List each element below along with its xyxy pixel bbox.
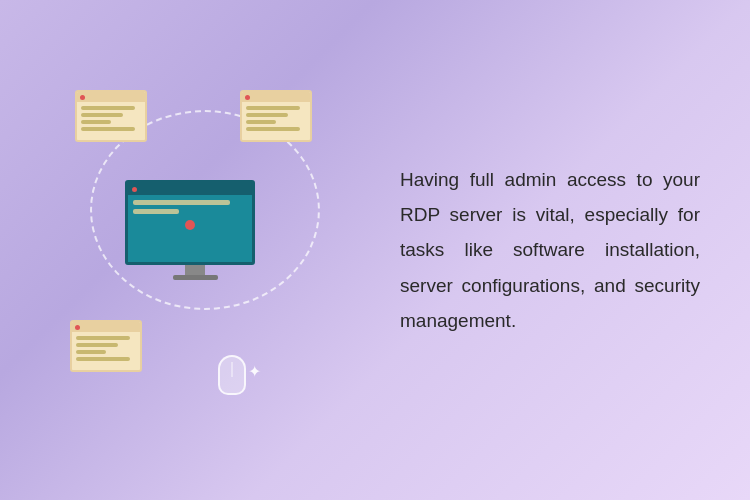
text-area: Having full admin access to your RDP ser… bbox=[380, 162, 700, 338]
mini-screen-title-bar bbox=[242, 92, 310, 102]
mini-screen-content bbox=[77, 102, 145, 135]
mini-screen-content bbox=[72, 332, 140, 365]
mini-screen-top-right bbox=[240, 90, 312, 142]
mouse-body bbox=[218, 355, 246, 395]
main-monitor bbox=[125, 180, 265, 285]
sparkle-icon: ✦ bbox=[248, 362, 261, 381]
content-line bbox=[81, 113, 123, 117]
content-line bbox=[81, 127, 135, 131]
mini-screen-top-left bbox=[75, 90, 147, 142]
page-background: ✦ Having full admin access to your RDP s… bbox=[0, 0, 750, 500]
monitor-content bbox=[128, 195, 252, 262]
mini-screen-title-bar bbox=[72, 322, 140, 332]
monitor-stand bbox=[185, 265, 205, 275]
illustration-area: ✦ bbox=[60, 60, 380, 440]
content-line bbox=[76, 336, 130, 340]
mini-screen-bottom-left bbox=[70, 320, 142, 372]
monitor-screen bbox=[125, 180, 255, 265]
mini-screen-dot bbox=[245, 95, 250, 100]
content-line bbox=[246, 113, 288, 117]
description-text: Having full admin access to your RDP ser… bbox=[400, 162, 700, 338]
content-line bbox=[76, 357, 130, 361]
content-line bbox=[81, 106, 135, 110]
monitor-dot bbox=[132, 187, 137, 192]
mini-screen-dot bbox=[80, 95, 85, 100]
mouse-icon bbox=[218, 355, 246, 395]
monitor-top-bar bbox=[128, 183, 252, 195]
mouse-scroll-line bbox=[232, 362, 233, 377]
monitor-line bbox=[133, 209, 179, 214]
mini-screen-content bbox=[242, 102, 310, 135]
content-line bbox=[76, 343, 118, 347]
monitor-line bbox=[133, 200, 230, 205]
monitor-base bbox=[173, 275, 218, 280]
mini-screen-title-bar bbox=[77, 92, 145, 102]
content-line bbox=[246, 127, 300, 131]
content-line bbox=[76, 350, 106, 354]
content-line bbox=[246, 106, 300, 110]
content-line bbox=[81, 120, 111, 124]
monitor-red-dot bbox=[185, 220, 195, 230]
mini-screen-dot bbox=[75, 325, 80, 330]
content-line bbox=[246, 120, 276, 124]
